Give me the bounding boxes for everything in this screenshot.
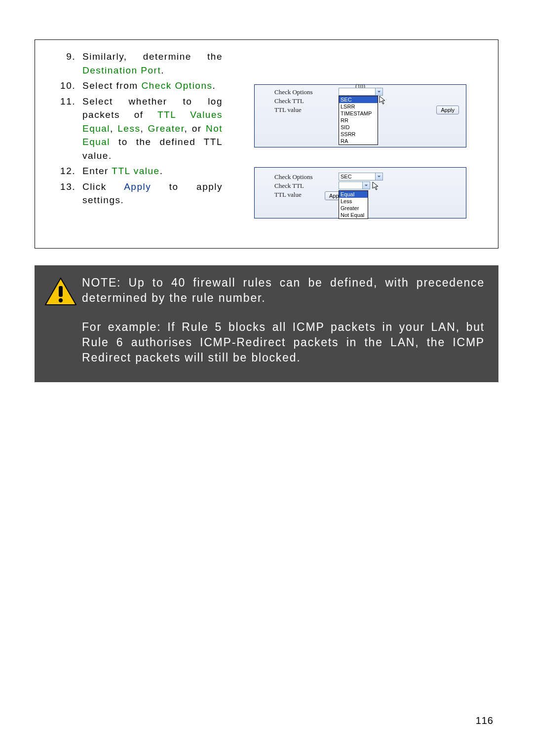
text: , or: [184, 123, 205, 134]
step-text: Enter TTL value.: [82, 164, 223, 178]
text: ,: [110, 123, 117, 134]
chevron-down-icon[interactable]: [362, 182, 370, 189]
select-value: SEC: [341, 174, 352, 180]
term-greater: Greater: [148, 123, 185, 134]
text: Click: [82, 181, 124, 192]
dropdown-option[interactable]: Greater: [339, 205, 368, 212]
note-box: NOTE: Up to 40 firewall rules can be def…: [35, 265, 498, 382]
text: Select from: [82, 80, 141, 91]
dropdown-option[interactable]: TIMESTAMP: [339, 110, 378, 117]
cursor-icon: [372, 181, 380, 193]
step-text: Similarly, determine the Destination Por…: [82, 50, 223, 77]
text: ,: [140, 123, 148, 134]
term-less: Less: [117, 123, 140, 134]
text: Similarly, determine the: [82, 51, 223, 62]
panel-check-options: (10) Check Options Check: [254, 84, 466, 147]
dropdown-option[interactable]: SEC: [339, 96, 378, 103]
row-ttl-value: TTL value Equal Less Greater Not Equal: [274, 190, 460, 199]
instruction-box: 9. Similarly, determine the Destination …: [35, 39, 498, 249]
warning-icon: [39, 275, 82, 365]
row-check-ttl: Check TTL SEC LSRR TIMESTAMP RR SID SSRR…: [274, 97, 460, 106]
step-number: 10.: [55, 79, 82, 93]
chevron-down-icon[interactable]: [375, 88, 382, 95]
step-number: 13.: [55, 180, 82, 207]
note-text: NOTE: Up to 40 firewall rules can be def…: [82, 275, 485, 365]
label-check-ttl: Check TTL: [274, 97, 339, 105]
dropdown-option[interactable]: RR: [339, 117, 378, 124]
dropdown-option[interactable]: LSRR: [339, 103, 378, 110]
note-paragraph-1: NOTE: Up to 40 firewall rules can be def…: [82, 275, 485, 306]
label-check-ttl: Check TTL: [274, 182, 339, 190]
dropdown-option[interactable]: RA: [339, 138, 378, 144]
dropdown-option[interactable]: SID: [339, 124, 378, 131]
check-ttl-select[interactable]: [339, 181, 370, 189]
term-destination-port: Destination Port: [82, 65, 161, 75]
page: 9. Similarly, determine the Destination …: [0, 0, 533, 756]
dropdown-option[interactable]: Less: [339, 198, 368, 205]
dropdown-option[interactable]: Not Equal: [339, 212, 368, 218]
row-check-options: Check Options SEC: [274, 173, 460, 181]
label-ttl-value: TTL value: [274, 106, 339, 114]
svg-rect-1: [59, 286, 63, 297]
chevron-down-icon[interactable]: [375, 173, 382, 180]
dropdown-option[interactable]: SSRR: [339, 131, 378, 138]
text: .: [213, 80, 216, 91]
step-text: Select whether to log packets of TTL Val…: [82, 95, 223, 163]
cursor-icon: [379, 96, 387, 108]
step-text: Select from Check Options.: [82, 79, 223, 93]
page-number: 116: [476, 715, 494, 726]
steps-column: 9. Similarly, determine the Destination …: [55, 50, 232, 238]
row-check-ttl: Check TTL: [274, 181, 460, 190]
panel-check-ttl: Check Options SEC Check TTL: [254, 167, 466, 218]
check-options-select[interactable]: SEC: [339, 173, 383, 180]
text: .: [160, 166, 163, 176]
step-text: Click Apply to apply settings.: [82, 180, 223, 207]
term-apply: Apply: [124, 181, 151, 192]
note-paragraph-2: For example: If Rule 5 blocks all ICMP p…: [82, 320, 485, 365]
step-12: 12. Enter TTL value.: [55, 164, 223, 178]
term-ttl-value: TTL value: [112, 166, 159, 176]
step-9: 9. Similarly, determine the Destination …: [55, 50, 223, 77]
label-check-options: Check Options: [274, 173, 339, 181]
step-13: 13. Click Apply to apply settings.: [55, 180, 223, 207]
screenshots-column: (10) Check Options Check: [232, 50, 488, 238]
step-number: 11.: [55, 95, 82, 163]
svg-point-2: [59, 298, 63, 302]
dropdown-option[interactable]: Equal: [339, 191, 368, 198]
label-check-options: Check Options: [274, 88, 339, 96]
text: .: [161, 65, 164, 75]
term-check-options: Check Options: [141, 80, 212, 91]
check-options-select[interactable]: [339, 88, 383, 96]
step-10: 10. Select from Check Options.: [55, 79, 223, 93]
step-number: 12.: [55, 164, 82, 178]
apply-button[interactable]: Apply: [436, 106, 459, 114]
check-ttl-dropdown[interactable]: Equal Less Greater Not Equal: [339, 190, 368, 219]
check-options-dropdown[interactable]: SEC LSRR TIMESTAMP RR SID SSRR RA: [339, 96, 378, 145]
step-number: 9.: [55, 50, 82, 77]
step-11: 11. Select whether to log packets of TTL…: [55, 95, 223, 163]
text: Enter: [82, 166, 112, 176]
